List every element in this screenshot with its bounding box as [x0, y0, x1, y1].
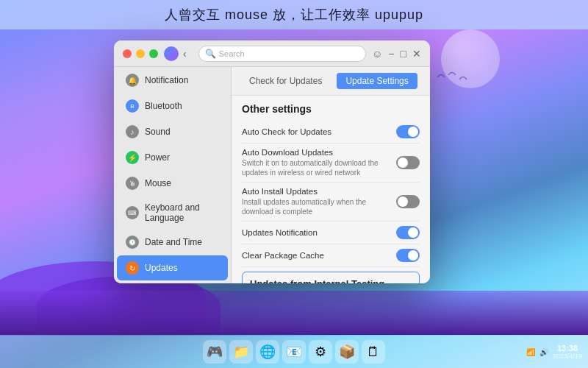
min-icon[interactable]: −: [388, 48, 394, 60]
auto-install-knob: [398, 197, 408, 207]
taskbar-app-3[interactable]: 📧: [282, 340, 306, 364]
window-body: 🔔 Notification B Bluetooth ♪ Sound ⚡ Pow…: [114, 67, 430, 283]
maximize-button[interactable]: [149, 49, 158, 58]
tab-check-updates[interactable]: Check for Updates: [240, 73, 331, 89]
titlebar: ‹ 🔍 Search ☺ − □ ✕: [114, 40, 430, 67]
banner-text: 人曾交互 mouse 放，让工作效率 upupup: [165, 6, 423, 24]
clear-cache-knob: [408, 250, 418, 261]
close-icon[interactable]: ✕: [412, 48, 421, 60]
birds-decoration: [434, 66, 478, 88]
other-settings-title: Other settings: [242, 103, 420, 115]
auto-download-label: Auto Download Updates: [242, 148, 390, 157]
settings-window: ‹ 🔍 Search ☺ − □ ✕ 🔔 Notification B Blue…: [114, 40, 430, 283]
taskbar: 🎮 📁 🌐 📧 ⚙ 📦 🗒 📶 🔊 13:38 2023/4/19: [0, 336, 588, 368]
auto-install-toggle[interactable]: [396, 195, 420, 208]
sidebar-label-keyboard: Keyboard and Language: [145, 202, 219, 223]
taskbar-app-2[interactable]: 🌐: [256, 340, 279, 364]
datetime-icon: 🕐: [126, 236, 139, 249]
taskbar-app-4[interactable]: ⚙: [309, 340, 332, 364]
taskbar-right: 📶 🔊 13:38 2023/4/19: [526, 344, 582, 360]
notification-knob: [408, 227, 418, 238]
taskbar-clock: 13:38 2023/4/19: [553, 344, 582, 360]
minimize-button[interactable]: [136, 49, 145, 58]
settings-content: Other settings Auto Check for Updates Au…: [232, 96, 430, 283]
auto-check-knob: [408, 127, 418, 137]
content-area: Check for Updates Update Settings Other …: [232, 67, 430, 283]
notification-icon: 🔔: [126, 74, 139, 87]
sidebar-label-sound: Sound: [145, 127, 171, 137]
power-icon: ⚡: [126, 151, 139, 164]
sidebar-item-keyboard[interactable]: ⌨ Keyboard and Language: [117, 197, 228, 229]
sidebar-label-bluetooth: Bluetooth: [145, 101, 182, 111]
taskbar-sound-icon: 🔊: [539, 348, 548, 356]
auto-install-info: Auto Install Updates Install updates aut…: [242, 187, 390, 216]
sidebar-label-updates: Updates: [145, 263, 178, 273]
tab-bar: Check for Updates Update Settings: [232, 67, 430, 96]
emoji-icon[interactable]: ☺: [372, 48, 382, 60]
sidebar-item-datetime[interactable]: 🕐 Date and Time: [117, 230, 228, 255]
auto-download-toggle[interactable]: [396, 156, 420, 169]
auto-install-label: Auto Install Updates: [242, 187, 390, 196]
tab-update-settings[interactable]: Update Settings: [337, 73, 417, 89]
titlebar-icons: ☺ − □ ✕: [372, 48, 421, 60]
setting-row-auto-check: Auto Check for Updates: [242, 121, 420, 144]
sidebar-label-datetime: Date and Time: [145, 237, 202, 247]
internal-testing-box: Updates from Internal Testing Sources In…: [242, 272, 420, 283]
auto-download-desc: Switch it on to automatically download t…: [242, 158, 390, 177]
setting-row-clear-cache: Clear Package Cache: [242, 244, 420, 267]
auto-download-knob: [398, 158, 408, 168]
sidebar-item-power[interactable]: ⚡ Power: [117, 145, 228, 170]
notification-toggle[interactable]: [396, 226, 420, 239]
notification-label: Updates Notification: [242, 228, 396, 237]
app-logo: [164, 46, 179, 61]
sidebar-label-power: Power: [145, 152, 170, 163]
mouse-icon: 🖱: [126, 177, 139, 190]
auto-check-label: Auto Check for Updates: [242, 127, 396, 136]
keyboard-icon: ⌨: [126, 206, 139, 219]
sidebar-item-updates[interactable]: ↻ Updates: [117, 255, 228, 280]
back-icon[interactable]: ‹: [183, 48, 187, 60]
updates-icon: ↻: [126, 261, 139, 275]
close-button[interactable]: [123, 49, 132, 58]
sidebar-item-general[interactable]: ⚙ General Settings: [117, 281, 228, 283]
taskbar-date: 2023/4/19: [553, 353, 582, 360]
auto-download-info: Auto Download Updates Switch it on to au…: [242, 148, 390, 177]
sidebar: 🔔 Notification B Bluetooth ♪ Sound ⚡ Pow…: [114, 67, 232, 283]
window-controls: [123, 49, 158, 58]
top-banner: 人曾交互 mouse 放，让工作效率 upupup: [0, 0, 588, 29]
sidebar-item-sound[interactable]: ♪ Sound: [117, 119, 228, 144]
search-icon: 🔍: [205, 49, 216, 59]
taskbar-app-0[interactable]: 🎮: [203, 340, 226, 364]
sidebar-item-mouse[interactable]: 🖱 Mouse: [117, 171, 228, 196]
taskbar-app-6[interactable]: 🗒: [362, 340, 385, 364]
setting-row-auto-install: Auto Install Updates Install updates aut…: [242, 183, 420, 222]
sidebar-item-bluetooth[interactable]: B Bluetooth: [117, 93, 228, 118]
taskbar-time: 13:38: [553, 344, 582, 353]
taskbar-app-5[interactable]: 📦: [335, 340, 359, 364]
sound-icon: ♪: [126, 125, 139, 138]
auto-install-desc: Install updates automatically when the d…: [242, 197, 390, 216]
max-icon[interactable]: □: [401, 48, 406, 60]
setting-row-auto-download: Auto Download Updates Switch it on to au…: [242, 144, 420, 183]
taskbar-wifi-icon: 📶: [526, 348, 535, 356]
internal-testing-title: Updates from Internal Testing Sources: [250, 278, 412, 283]
sidebar-item-notification[interactable]: 🔔 Notification: [117, 68, 228, 93]
setting-row-notification: Updates Notification: [242, 222, 420, 244]
clear-cache-label: Clear Package Cache: [242, 251, 396, 260]
auto-check-toggle[interactable]: [396, 125, 420, 138]
sidebar-label-notification: Notification: [145, 75, 188, 85]
bluetooth-icon: B: [126, 99, 139, 113]
search-placeholder: Search: [219, 49, 245, 58]
clear-cache-toggle[interactable]: [396, 249, 420, 262]
taskbar-app-1[interactable]: 📁: [229, 340, 253, 364]
search-box[interactable]: 🔍 Search: [198, 46, 366, 62]
sidebar-label-mouse: Mouse: [145, 178, 171, 188]
